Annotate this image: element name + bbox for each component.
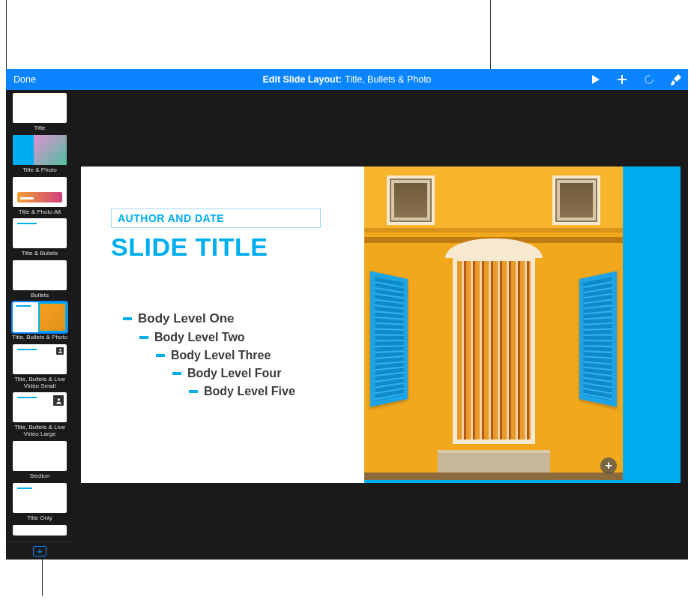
toolbar-actions [589,74,682,86]
play-icon[interactable] [589,74,601,86]
thumb-label: Title & Bullets [22,250,58,257]
layout-thumb-title-photo[interactable]: Title & Photo [12,135,67,174]
person-icon [53,395,64,406]
thumb-label: Title & Photo Alt [19,209,61,216]
slide-title-placeholder[interactable]: SLIDE TITLE [111,232,364,262]
bullet-text: Body Level Three [171,349,271,362]
media-placeholder[interactable]: + [364,166,623,480]
layout-thumb-section[interactable]: Section [12,441,67,480]
thumb-preview [13,344,67,374]
thumb-preview [13,260,67,290]
plus-icon[interactable] [616,74,628,86]
thumb-preview [13,135,67,165]
layout-thumb-bullets[interactable]: Bullets [12,260,67,299]
thumb-label: Title Only [27,515,52,522]
thumb-label: Title, Bullets & Live Video Large [12,424,67,438]
toolbar: Done Edit Slide Layout: Title, Bullets &… [6,69,688,90]
paintbrush-icon[interactable] [670,74,682,86]
slide-canvas[interactable]: AUTHOR AND DATE SLIDE TITLE Body Level O… [73,90,688,560]
thumb-label: Title [34,125,46,132]
app-window: Done Edit Slide Layout: Title, Bullets &… [6,69,688,560]
sidebar-footer: + [6,542,73,560]
layout-thumb-live-video-small[interactable]: Title, Bullets & Live Video Small [12,344,67,390]
slide-layout-sidebar: Title Title & Photo Title & Photo Alt Ti… [6,90,73,560]
toolbar-title: Edit Slide Layout: Title, Bullets & Phot… [262,74,431,85]
callout-line [6,0,7,69]
thumb-preview [13,302,67,332]
slide-photo-column: + [364,166,681,483]
thumb-preview [13,483,67,513]
person-icon [56,347,64,355]
bullet-icon [139,336,148,339]
thumb-preview [13,525,67,536]
placeholder-image [364,166,623,480]
layout-thumb-title-only[interactable]: Title Only [12,483,67,522]
bullet-text: Body Level Two [154,331,245,344]
thumb-preview [13,218,67,248]
callout-line [42,559,43,596]
toolbar-title-value: Title, Bullets & Photo [345,74,432,85]
add-media-button[interactable]: + [600,458,617,474]
thumb-label: Bullets [31,292,49,299]
bullet-icon [189,390,198,393]
layout-thumb-title-bullets[interactable]: Title & Bullets [12,218,67,257]
layout-thumb-partial[interactable] [12,525,67,536]
toolbar-title-label: Edit Slide Layout: [262,74,342,85]
thumb-preview [13,93,67,123]
slide: AUTHOR AND DATE SLIDE TITLE Body Level O… [81,166,681,483]
add-layout-button[interactable]: + [33,546,46,556]
bullet-icon [123,317,132,320]
bullet-text: Body Level One [138,311,234,326]
layout-thumb-title-photo-alt[interactable]: Title & Photo Alt [12,177,67,216]
slide-text-column: AUTHOR AND DATE SLIDE TITLE Body Level O… [81,166,364,483]
thumb-label: Title, Bullets & Live Video Small [12,376,67,390]
thumb-label: Section [30,473,50,480]
thumb-preview [13,441,67,471]
history-icon[interactable] [643,74,655,86]
done-button[interactable]: Done [6,74,43,85]
bullet-icon [172,372,181,375]
author-date-placeholder[interactable]: AUTHOR AND DATE [111,208,321,228]
layout-thumb-title[interactable]: Title [12,93,67,132]
layout-thumb-title-bullets-photo[interactable]: Title, Bullets & Photo [12,302,67,341]
callout-line [490,0,491,69]
thumb-preview [13,177,67,207]
thumb-label: Title, Bullets & Photo [12,334,67,341]
layout-thumb-live-video-large[interactable]: Title, Bullets & Live Video Large [12,392,67,438]
thumb-label: Title & Photo [22,167,57,174]
bullet-text: Body Level Four [187,367,281,380]
bullet-text: Body Level Five [204,385,295,398]
bullet-icon [156,354,165,357]
thumb-preview [13,392,67,422]
slide-body-placeholder[interactable]: Body Level One Body Level Two Body Level… [111,311,364,398]
